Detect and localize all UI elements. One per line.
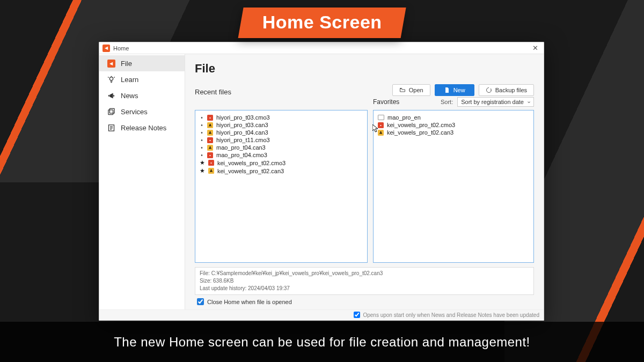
page-title: File	[195, 62, 534, 76]
open-on-start-label: Opens upon start only when News and Rele…	[363, 312, 539, 318]
file-name: kei_vowels_pro_t02.cmo3	[387, 122, 455, 128]
window-close-button[interactable]: ✕	[530, 44, 540, 52]
bullet-icon: •	[200, 115, 204, 121]
caption-bar: The new Home screen can be used for file…	[0, 322, 644, 362]
new-button[interactable]: New	[435, 84, 474, 96]
cmo3-file-icon	[207, 137, 213, 143]
file-info-panel: File: C:¥Samplemodel¥kei¥kei_jp¥kei_vowe…	[195, 267, 534, 295]
file-name: hiyori_pro_t04.can3	[216, 129, 268, 136]
cmo3-file-icon	[378, 122, 384, 128]
file-name: hiyori_pro_t03.can3	[216, 122, 268, 128]
lightbulb-icon	[107, 75, 115, 84]
recent-files-list[interactable]: •hiyori_pro_t03.cmo3•hiyori_pro_t03.can3…	[195, 110, 368, 263]
sort-select[interactable]: Sort by registration date	[457, 97, 534, 107]
notes-icon	[107, 123, 115, 132]
can3-file-icon	[378, 130, 384, 136]
can3-file-icon	[207, 122, 213, 128]
file-name: mao_pro_t04.cmo3	[216, 152, 267, 158]
file-actions: Open New Backup files	[392, 84, 534, 96]
banner-title-badge: Home Screen	[238, 8, 406, 38]
star-icon: ★	[200, 159, 205, 166]
recent-files-heading: Recent files	[195, 88, 231, 96]
close-home-label: Close Home when file is opened	[207, 299, 292, 305]
sidebar-item-news[interactable]: News	[99, 87, 185, 104]
backup-button[interactable]: Backup files	[479, 84, 534, 96]
bullet-icon: •	[200, 137, 204, 143]
svg-point-0	[109, 77, 113, 80]
favorites-list[interactable]: mao_pro_enkei_vowels_pro_t02.cmo3kei_vow…	[373, 110, 534, 263]
services-icon	[107, 107, 115, 116]
app-icon	[103, 45, 110, 52]
favorites-heading: Favorites	[373, 98, 436, 106]
sidebar-item-label: Learn	[121, 76, 138, 84]
list-item[interactable]: ★kei_vowels_pro_t02.cmo3	[200, 159, 363, 167]
list-item[interactable]: •hiyori_pro_t03.cmo3	[200, 114, 363, 121]
window-title: Home	[113, 45, 129, 51]
sort-label: Sort:	[441, 99, 453, 105]
list-item[interactable]: kei_vowels_pro_t02.cmo3	[378, 121, 529, 129]
sidebar-item-label: Release Notes	[121, 124, 166, 132]
banner-title-text: Home Screen	[262, 12, 382, 33]
file-name: mao_pro_t04.can3	[216, 144, 266, 151]
list-item[interactable]: •hiyori_pro_t03.can3	[200, 121, 363, 129]
can3-file-icon	[207, 130, 213, 136]
close-home-checkbox[interactable]	[197, 298, 204, 305]
file-name: hiyori_pro_t11.cmo3	[216, 137, 270, 143]
file-info-updated: Last update history: 2024/04/03 19:37	[200, 285, 529, 292]
caption-text: The new Home screen can be used for file…	[114, 335, 530, 350]
list-item[interactable]: mao_pro_en	[378, 114, 529, 121]
sidebar-item-learn[interactable]: Learn	[99, 71, 185, 87]
file-name: kei_vowels_pro_t02.cmo3	[217, 160, 286, 166]
sidebar: File Learn News Services	[99, 54, 185, 309]
sidebar-item-file[interactable]: File	[99, 55, 185, 71]
can3-file-icon	[208, 168, 214, 174]
sidebar-item-label: Services	[121, 108, 148, 116]
close-home-checkbox-row[interactable]: Close Home when file is opened	[195, 295, 534, 306]
list-item[interactable]: •mao_pro_t04.cmo3	[200, 151, 363, 159]
cmo3-file-icon	[207, 152, 213, 158]
file-name: mao_pro_en	[387, 114, 421, 121]
open-button[interactable]: Open	[392, 84, 430, 96]
file-icon	[107, 59, 115, 68]
sidebar-item-services[interactable]: Services	[99, 104, 185, 120]
bullet-icon: •	[200, 130, 204, 136]
list-item[interactable]: •hiyori_pro_t04.can3	[200, 129, 363, 136]
file-name: kei_vowels_pro_t02.can3	[387, 129, 453, 136]
open-on-start-checkbox-row[interactable]: Opens upon start only when News and Rele…	[354, 312, 539, 318]
sidebar-item-label: News	[121, 92, 138, 100]
sidebar-item-release-notes[interactable]: Release Notes	[99, 120, 185, 136]
svg-rect-1	[108, 109, 113, 114]
open-on-start-checkbox[interactable]	[354, 312, 360, 318]
bullet-icon: •	[200, 145, 204, 151]
main-panel: File Recent files Open New Backup fi	[185, 54, 544, 309]
backup-icon	[486, 87, 492, 93]
list-item[interactable]: •mao_pro_t04.can3	[200, 144, 363, 151]
cmo3-file-icon	[208, 160, 214, 166]
window-footer: Opens upon start only when News and Rele…	[99, 309, 544, 320]
file-name: kei_vowels_pro_t02.can3	[217, 168, 284, 174]
new-file-icon	[444, 87, 450, 93]
svg-rect-2	[109, 108, 114, 113]
file-info-path: File: C:¥Samplemodel¥kei¥kei_jp¥kei_vowe…	[200, 270, 529, 277]
can3-file-icon	[207, 145, 213, 151]
star-icon: ★	[200, 167, 205, 174]
sidebar-item-label: File	[121, 60, 132, 68]
bullet-icon: •	[200, 122, 204, 128]
bullet-icon: •	[200, 152, 204, 158]
folder-open-icon	[399, 87, 406, 93]
list-item[interactable]: •hiyori_pro_t11.cmo3	[200, 136, 363, 144]
list-item[interactable]: ★kei_vowels_pro_t02.can3	[200, 167, 363, 175]
megaphone-icon	[107, 91, 115, 100]
home-window: Home ✕ File Learn News	[99, 42, 544, 321]
file-info-size: Size: 638.6KB	[200, 277, 529, 285]
file-name: hiyori_pro_t03.cmo3	[216, 114, 270, 121]
folder-icon	[378, 115, 384, 120]
list-item[interactable]: kei_vowels_pro_t02.can3	[378, 129, 529, 136]
cmo3-file-icon	[207, 115, 213, 121]
window-titlebar: Home ✕	[99, 42, 544, 54]
